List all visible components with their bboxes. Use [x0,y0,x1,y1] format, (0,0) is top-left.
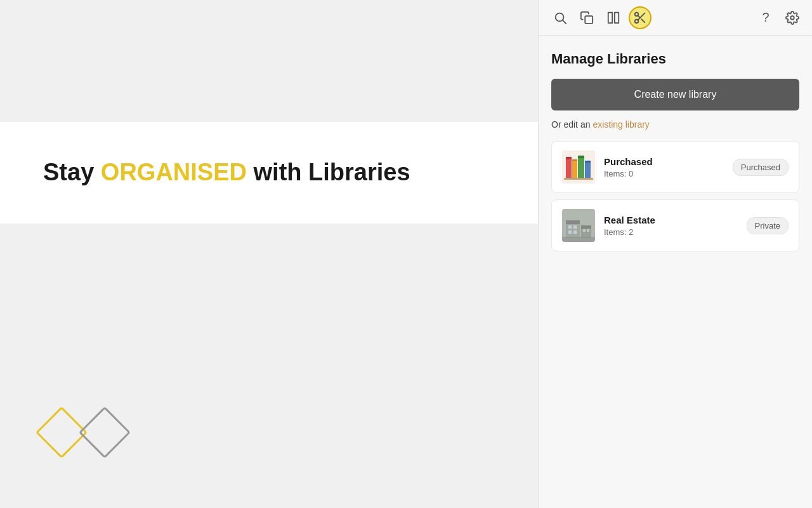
svg-rect-23 [566,220,580,224]
library-thumbnail-realestate [562,209,595,242]
headline-section: Stay ORGANISED with Libraries [0,122,538,224]
logo-marks [43,414,123,451]
toolbar: ? [539,0,812,36]
create-new-library-button[interactable]: Create new library [551,79,799,110]
library-item-purchased[interactable]: Purchased Items: 0 Purchased [551,141,799,193]
svg-rect-25 [581,225,591,229]
svg-rect-32 [562,237,595,242]
library-thumbnail-purchased [562,150,595,184]
columns-button[interactable] [602,6,625,29]
library-content: Manage Libraries Create new library Or e… [539,36,812,508]
svg-rect-31 [587,229,589,232]
headline-post: with Libraries [247,159,410,185]
search-button[interactable] [549,6,572,29]
svg-rect-12 [566,157,572,178]
svg-rect-29 [573,231,577,234]
svg-rect-19 [585,161,591,163]
svg-rect-15 [572,159,577,161]
svg-rect-3 [608,12,612,23]
headline-highlight: ORGANISED [101,159,247,185]
headline-pre: Stay [43,159,101,185]
library-badge-realestate: Private [747,217,789,234]
svg-rect-28 [568,231,572,234]
realestate-thumbnail-icon [562,209,595,242]
svg-rect-30 [583,229,586,232]
left-bottom-section [0,224,538,508]
svg-rect-17 [578,156,584,158]
columns-icon [606,11,620,25]
edit-existing-link[interactable]: existing library [593,119,649,130]
svg-rect-4 [615,12,619,23]
library-count-realestate: Items: 2 [604,227,747,237]
scissors-button[interactable] [629,6,652,29]
svg-line-8 [641,19,645,22]
library-item-realestate[interactable]: Real Estate Items: 2 Private [551,199,799,251]
search-icon [553,11,567,25]
settings-button[interactable] [783,8,802,27]
library-name-realestate: Real Estate [604,215,747,225]
svg-rect-18 [585,161,591,178]
library-badge-purchased: Purchased [733,159,789,176]
toolbar-right: ? [756,8,802,27]
settings-icon [785,11,799,25]
svg-line-9 [638,15,640,18]
edit-existing-pre: Or edit an [551,119,593,130]
svg-line-1 [563,20,566,23]
svg-rect-13 [566,157,572,159]
edit-existing-text: Or edit an existing library [551,119,799,130]
svg-rect-20 [564,178,593,180]
svg-point-10 [790,16,794,20]
books-thumbnail-icon [562,150,595,184]
diamond-shapes [43,414,123,451]
right-panel: ? Manage Libraries Create new library Or… [538,0,812,508]
copy-icon [580,11,594,25]
diamond-gray-icon [79,406,131,458]
library-count-purchased: Items: 0 [604,169,733,178]
help-button[interactable]: ? [756,8,775,27]
svg-rect-2 [585,16,593,23]
left-top-section [0,0,538,122]
svg-rect-14 [572,159,577,178]
svg-rect-26 [568,225,572,229]
library-info-purchased: Purchased Items: 0 [604,156,733,178]
svg-rect-16 [578,156,584,178]
toolbar-left [549,6,752,29]
svg-rect-27 [573,225,577,229]
library-info-realestate: Real Estate Items: 2 [604,215,747,237]
left-panel: Stay ORGANISED with Libraries [0,0,538,508]
copy-button[interactable] [575,6,598,29]
scissors-icon [633,11,647,25]
library-name-purchased: Purchased [604,156,733,167]
manage-title: Manage Libraries [551,51,799,67]
main-headline: Stay ORGANISED with Libraries [43,158,410,187]
